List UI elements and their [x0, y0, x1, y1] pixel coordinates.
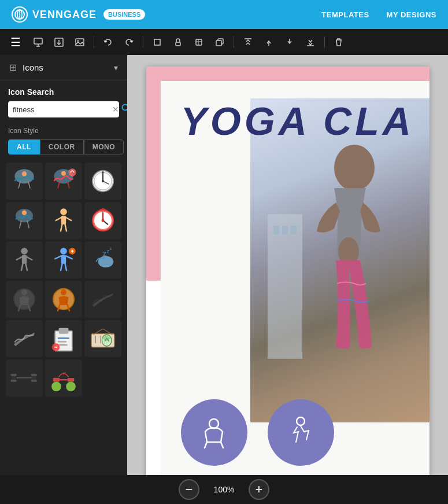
list-item[interactable]	[45, 202, 82, 239]
icon-style-section: Icon Style ALL COLOR MONO	[0, 122, 127, 159]
svg-rect-99	[282, 226, 288, 234]
svg-point-33	[22, 211, 27, 215]
nav-left: VENNGAGE BUSINESS	[12, 6, 145, 23]
list-item[interactable]	[6, 359, 43, 396]
business-badge: BUSINESS	[103, 9, 145, 20]
move-up-button[interactable]	[261, 35, 277, 49]
tab-all[interactable]: ALL	[8, 139, 40, 154]
svg-rect-83	[12, 376, 16, 380]
list-item[interactable]	[84, 320, 121, 357]
move-bottom-button[interactable]	[302, 35, 319, 49]
icon-search-section: Icon Search ✕	[0, 80, 127, 122]
logo[interactable]: VENNGAGE	[12, 6, 97, 23]
svg-text:✕: ✕	[62, 370, 66, 376]
icon-grid: z z z	[6, 163, 121, 396]
svg-line-36	[56, 218, 61, 220]
toolbar-separator-3	[234, 36, 234, 48]
redo-button[interactable]	[121, 35, 137, 49]
icon-search-title: Icon Search	[8, 87, 119, 97]
svg-line-47	[17, 257, 22, 260]
yoga-circle-btn-1[interactable]	[181, 399, 247, 466]
list-item[interactable]: z z z	[84, 241, 121, 278]
svg-rect-86	[17, 377, 32, 378]
svg-line-55	[61, 264, 62, 271]
lock-button[interactable]	[170, 35, 186, 49]
list-item[interactable]	[84, 163, 121, 200]
sidebar-header: ⊞ Icons ▾	[0, 55, 127, 80]
delete-button[interactable]	[331, 35, 347, 49]
svg-line-50	[26, 264, 28, 271]
download-button[interactable]	[51, 35, 67, 49]
svg-rect-87	[32, 376, 36, 380]
svg-line-39	[65, 225, 67, 231]
undo-button[interactable]	[100, 35, 116, 49]
list-item[interactable]	[6, 281, 43, 318]
sidebar-title: Icons	[23, 62, 43, 72]
svg-point-23	[22, 171, 27, 176]
zoom-in-button-global[interactable]: +	[249, 479, 269, 500]
move-top-button[interactable]	[240, 35, 256, 49]
svg-point-44	[102, 219, 105, 222]
svg-point-31	[102, 180, 104, 182]
svg-point-51	[60, 248, 67, 255]
svg-point-34	[60, 208, 67, 215]
crop-button[interactable]	[149, 35, 165, 49]
list-item[interactable]	[45, 320, 82, 357]
canvas-area: YOGA CLA	[127, 55, 448, 504]
image-button[interactable]	[72, 35, 88, 49]
svg-point-103	[209, 419, 219, 428]
icon-grid-container: z z z	[0, 159, 127, 504]
svg-rect-10	[154, 39, 160, 45]
my-designs-link[interactable]: MY DESIGNS	[387, 10, 436, 19]
svg-rect-84	[11, 374, 17, 376]
templates-link[interactable]: TEMPLATES	[321, 10, 369, 19]
move-down-button[interactable]	[282, 35, 298, 49]
grid-icon: ⊞	[9, 62, 17, 73]
list-item[interactable]	[45, 241, 82, 278]
svg-line-48	[27, 257, 32, 260]
menu-button[interactable]: ☰	[6, 33, 25, 51]
svg-point-106	[297, 417, 305, 425]
svg-rect-97	[268, 214, 302, 359]
svg-line-54	[66, 256, 72, 259]
svg-rect-75	[58, 341, 66, 343]
chevron-down-icon[interactable]: ▾	[114, 63, 118, 72]
tab-mono[interactable]: MONO	[84, 139, 124, 154]
global-bottom-bar: − 100% +	[0, 475, 448, 504]
yoga-title: YOGA CLA	[146, 98, 430, 144]
svg-rect-98	[273, 226, 279, 234]
present-button[interactable]	[30, 35, 46, 49]
search-submit-icon[interactable]	[121, 104, 127, 115]
duplicate-button[interactable]	[212, 35, 228, 49]
yoga-circle-btn-2[interactable]	[268, 399, 334, 466]
logo-text: VENNGAGE	[32, 9, 97, 21]
tab-color[interactable]: COLOR	[40, 139, 84, 154]
list-item[interactable]	[84, 202, 121, 239]
list-item[interactable]	[6, 163, 43, 200]
svg-rect-74	[58, 337, 69, 339]
list-item[interactable]: ✕	[45, 359, 82, 396]
svg-rect-88	[31, 374, 37, 376]
list-item[interactable]	[45, 163, 82, 200]
edit-button[interactable]	[191, 35, 207, 49]
search-input[interactable]	[13, 105, 110, 114]
list-item[interactable]	[6, 241, 43, 278]
sidebar: ⊞ Icons ▾ Icon Search ✕ Icon Style ALL C…	[0, 55, 127, 504]
svg-rect-15	[216, 41, 221, 46]
svg-text:z: z	[103, 249, 106, 257]
svg-rect-11	[176, 42, 180, 46]
svg-line-56	[65, 264, 67, 271]
svg-text:z: z	[110, 246, 112, 251]
svg-line-38	[61, 225, 62, 231]
list-item[interactable]	[6, 320, 43, 357]
list-item[interactable]	[6, 202, 43, 239]
svg-rect-46	[22, 255, 27, 264]
list-item[interactable]	[45, 281, 82, 318]
list-item[interactable]	[84, 281, 121, 318]
svg-rect-35	[61, 216, 66, 225]
svg-line-53	[55, 256, 61, 259]
search-clear-icon[interactable]: ✕	[112, 105, 119, 114]
svg-point-25	[61, 171, 66, 176]
zoom-out-button-global[interactable]: −	[179, 479, 199, 500]
svg-point-65	[21, 289, 27, 295]
